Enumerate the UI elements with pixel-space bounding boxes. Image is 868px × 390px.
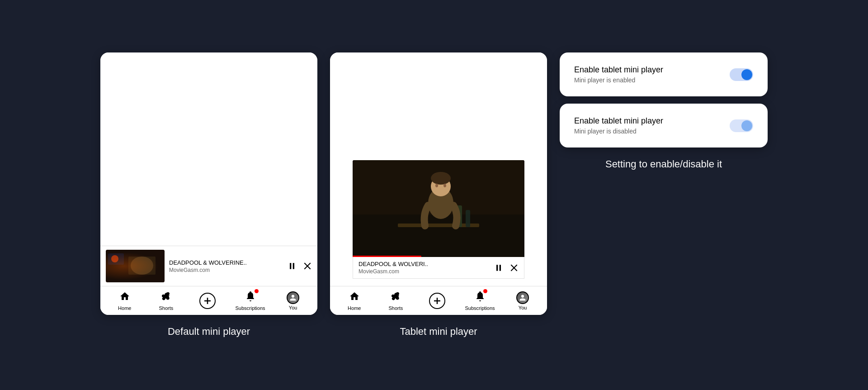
nav-home[interactable]: Home bbox=[111, 291, 138, 311]
mini-player-thumbnail bbox=[106, 250, 165, 282]
mini-player-controls bbox=[288, 262, 312, 271]
svg-rect-23 bbox=[500, 265, 501, 271]
tablet-avatar bbox=[516, 291, 529, 304]
avatar bbox=[287, 291, 299, 304]
home-icon bbox=[119, 291, 130, 304]
tablet-pause-button[interactable] bbox=[494, 263, 503, 272]
mini-player-bar[interactable]: DEADPOOL & WOLVERINE.. MovieGasm.com bbox=[100, 246, 317, 286]
tablet-create-icon bbox=[429, 293, 445, 309]
toggle-track-disabled bbox=[730, 119, 753, 132]
panels-row: DEADPOOL & WOLVERINE.. MovieGasm.com bbox=[9, 52, 859, 338]
toggle-enabled[interactable] bbox=[730, 68, 753, 81]
tablet-you-icon bbox=[516, 291, 529, 304]
svg-point-19 bbox=[431, 172, 451, 185]
setting-disabled-subtitle: Mini player is disabled bbox=[574, 128, 663, 135]
you-icon bbox=[287, 291, 299, 304]
nav-shorts[interactable]: Shorts bbox=[152, 291, 179, 311]
nav-home-label: Home bbox=[118, 305, 131, 311]
tablet-video-content bbox=[353, 160, 524, 257]
tablet-nav-you[interactable]: You bbox=[509, 291, 536, 310]
svg-rect-22 bbox=[496, 265, 498, 271]
tablet-mini-player-controls bbox=[494, 263, 519, 272]
tablet-mini-player-title: DEADPOOL & WOLVERI.. bbox=[359, 261, 490, 267]
tablet-subscriptions-icon bbox=[475, 291, 486, 304]
tablet-nav-subscriptions-label: Subscriptions bbox=[465, 305, 495, 311]
setting-card-enabled: Enable tablet mini player Mini player is… bbox=[560, 52, 768, 96]
tablet-bottom-navigation: Home Shorts bbox=[330, 286, 547, 315]
svg-point-20 bbox=[435, 184, 438, 187]
phone-content-area bbox=[100, 52, 317, 257]
nav-subscriptions[interactable]: Subscriptions bbox=[236, 291, 265, 311]
tablet-nav-home[interactable]: Home bbox=[341, 291, 368, 311]
mini-player-subtitle: MovieGasm.com bbox=[169, 267, 283, 273]
tablet-shorts-icon bbox=[390, 291, 401, 304]
tablet-video-frame bbox=[353, 160, 524, 257]
bottom-navigation: Home Shorts bbox=[100, 286, 317, 315]
toggle-thumb-enabled bbox=[741, 69, 752, 80]
svg-rect-16 bbox=[466, 210, 470, 227]
toggle-track-enabled bbox=[730, 68, 753, 81]
setting-disabled-title: Enable tablet mini player bbox=[574, 116, 663, 126]
tablet-mini-player-subtitle: MovieGasm.com bbox=[359, 268, 490, 275]
setting-card-disabled: Enable tablet mini player Mini player is… bbox=[560, 104, 768, 147]
nav-you-label: You bbox=[289, 305, 297, 310]
shorts-icon bbox=[160, 291, 171, 304]
settings-panel: Enable tablet mini player Mini player is… bbox=[560, 52, 768, 170]
tablet-nav-subscriptions[interactable]: Subscriptions bbox=[465, 291, 495, 311]
tablet-mini-player-label: Tablet mini player bbox=[400, 326, 477, 338]
nav-shorts-label: Shorts bbox=[159, 305, 173, 311]
svg-rect-6 bbox=[293, 263, 294, 269]
settings-label: Setting to enable/disable it bbox=[605, 158, 722, 170]
nav-create[interactable] bbox=[194, 293, 221, 309]
setting-disabled-text: Enable tablet mini player Mini player is… bbox=[574, 116, 663, 135]
toggle-thumb-disabled bbox=[741, 120, 752, 131]
mini-player-title: DEADPOOL & WOLVERINE.. bbox=[169, 259, 283, 266]
tablet-nav-you-label: You bbox=[519, 305, 527, 310]
tablet-home-icon bbox=[349, 291, 360, 304]
settings-cards: Enable tablet mini player Mini player is… bbox=[560, 52, 768, 147]
nav-subscriptions-label: Subscriptions bbox=[236, 305, 265, 311]
default-mini-player-panel: DEADPOOL & WOLVERINE.. MovieGasm.com bbox=[100, 52, 317, 338]
tablet-nav-home-label: Home bbox=[348, 305, 361, 311]
svg-rect-5 bbox=[290, 263, 291, 269]
thumbnail-image bbox=[106, 250, 165, 282]
tablet-mini-bar: DEADPOOL & WOLVERI.. MovieGasm.com bbox=[353, 257, 524, 279]
svg-point-21 bbox=[443, 184, 446, 187]
setting-enabled-title: Enable tablet mini player bbox=[574, 65, 663, 75]
video-progress-bar bbox=[353, 256, 421, 257]
svg-point-4 bbox=[131, 257, 153, 275]
setting-enabled-subtitle: Mini player is enabled bbox=[574, 76, 663, 84]
tablet-mockup: DEADPOOL & WOLVERI.. MovieGasm.com bbox=[330, 52, 547, 315]
svg-rect-13 bbox=[353, 214, 524, 257]
default-mini-player-label: Default mini player bbox=[168, 326, 250, 338]
subscriptions-icon bbox=[245, 291, 256, 304]
mini-player-info: DEADPOOL & WOLVERINE.. MovieGasm.com bbox=[169, 259, 283, 273]
tablet-mini-player-panel: DEADPOOL & WOLVERI.. MovieGasm.com bbox=[330, 52, 547, 338]
tablet-nav-shorts[interactable]: Shorts bbox=[382, 291, 409, 311]
tablet-nav-shorts-label: Shorts bbox=[388, 305, 403, 311]
pause-button[interactable] bbox=[288, 262, 297, 271]
create-icon bbox=[199, 293, 216, 309]
svg-rect-0 bbox=[106, 250, 165, 282]
toggle-disabled[interactable] bbox=[730, 119, 753, 132]
tablet-close-button[interactable] bbox=[509, 263, 519, 272]
svg-rect-1 bbox=[108, 253, 124, 265]
phone-mockup: DEADPOOL & WOLVERINE.. MovieGasm.com bbox=[100, 52, 317, 315]
tablet-mini-player[interactable]: DEADPOOL & WOLVERI.. MovieGasm.com bbox=[353, 160, 524, 279]
svg-rect-3 bbox=[128, 257, 156, 275]
tablet-mini-player-info: DEADPOOL & WOLVERI.. MovieGasm.com bbox=[359, 261, 490, 275]
close-button[interactable] bbox=[303, 262, 312, 271]
tablet-nav-create[interactable] bbox=[424, 293, 451, 309]
svg-point-2 bbox=[111, 255, 118, 262]
nav-you[interactable]: You bbox=[279, 291, 307, 310]
setting-enabled-text: Enable tablet mini player Mini player is… bbox=[574, 65, 663, 84]
